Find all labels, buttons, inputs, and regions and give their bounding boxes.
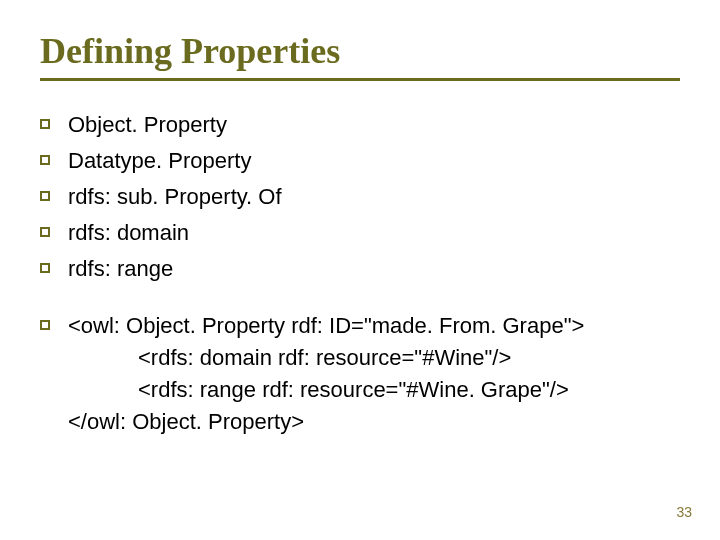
- bullet-text: rdfs: sub. Property. Of: [68, 181, 282, 213]
- square-bullet-icon: [40, 119, 50, 129]
- code-line: <rdfs: range rdf: resource="#Wine. Grape…: [68, 377, 569, 402]
- bullet-text: rdfs: range: [68, 253, 173, 285]
- code-lines: <owl: Object. Property rdf: ID="made. Fr…: [68, 310, 584, 438]
- square-bullet-icon: [40, 227, 50, 237]
- code-line: </owl: Object. Property>: [68, 409, 304, 434]
- square-bullet-icon: [40, 320, 50, 330]
- bullet-text: Datatype. Property: [68, 145, 251, 177]
- slide: Defining Properties Object. Property Dat…: [0, 0, 720, 540]
- page-number: 33: [676, 504, 692, 520]
- title-underline: [40, 78, 680, 81]
- square-bullet-icon: [40, 263, 50, 273]
- list-item: rdfs: sub. Property. Of: [40, 181, 680, 213]
- square-bullet-icon: [40, 191, 50, 201]
- bullet-list: Object. Property Datatype. Property rdfs…: [40, 109, 680, 284]
- list-item: rdfs: range: [40, 253, 680, 285]
- list-item: Datatype. Property: [40, 145, 680, 177]
- list-item: rdfs: domain: [40, 217, 680, 249]
- bullet-text: Object. Property: [68, 109, 227, 141]
- slide-content: Object. Property Datatype. Property rdfs…: [40, 109, 680, 438]
- list-item: Object. Property: [40, 109, 680, 141]
- code-line: <owl: Object. Property rdf: ID="made. Fr…: [68, 313, 584, 338]
- bullet-text: rdfs: domain: [68, 217, 189, 249]
- code-line: <rdfs: domain rdf: resource="#Wine"/>: [68, 345, 511, 370]
- slide-title: Defining Properties: [40, 30, 680, 72]
- code-block: <owl: Object. Property rdf: ID="made. Fr…: [40, 310, 680, 438]
- square-bullet-icon: [40, 155, 50, 165]
